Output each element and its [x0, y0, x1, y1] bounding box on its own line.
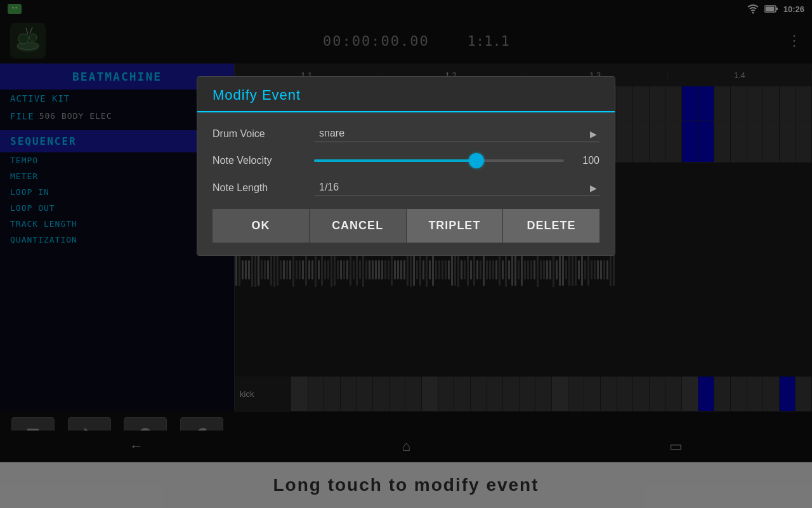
velocity-value: 100 [574, 155, 599, 166]
drum-voice-arrow-icon: ▶ [590, 129, 597, 139]
ok-button[interactable]: OK [213, 209, 310, 243]
note-velocity-row: Note Velocity 100 [213, 155, 599, 166]
velocity-slider-container: 100 [314, 155, 599, 166]
modal-overlay: Modify Event Drum Voice snare ▶ Note Vel… [0, 0, 812, 508]
modify-event-modal: Modify Event Drum Voice snare ▶ Note Vel… [197, 76, 615, 256]
note-length-value: 1/16 [319, 182, 339, 193]
modal-title: Modify Event [213, 87, 301, 103]
note-length-row: Note Length 1/16 ▶ [213, 179, 599, 196]
modal-body: Drum Voice snare ▶ Note Velocity [197, 112, 615, 255]
modal-footer: OK CANCEL TRIPLET DELETE [213, 201, 599, 243]
note-length-control[interactable]: 1/16 ▶ [314, 179, 599, 196]
note-length-arrow-icon: ▶ [590, 183, 597, 193]
note-velocity-label: Note Velocity [213, 155, 314, 166]
note-length-dropdown[interactable]: 1/16 [314, 179, 599, 196]
drum-voice-dropdown[interactable]: snare [314, 125, 599, 142]
modal-title-bar: Modify Event [197, 77, 615, 112]
cancel-button[interactable]: CANCEL [310, 209, 407, 243]
drum-voice-label: Drum Voice [213, 128, 314, 140]
velocity-slider-track[interactable] [314, 159, 564, 162]
drum-voice-value: snare [319, 128, 344, 139]
drum-voice-row: Drum Voice snare ▶ [213, 125, 599, 142]
triplet-button[interactable]: TRIPLET [407, 209, 504, 243]
note-length-label: Note Length [213, 182, 314, 194]
drum-voice-control[interactable]: snare ▶ [314, 125, 599, 142]
velocity-slider-thumb[interactable] [469, 153, 484, 168]
note-velocity-control: 100 [314, 155, 599, 166]
delete-button[interactable]: DELETE [503, 209, 599, 243]
velocity-slider-fill [314, 159, 476, 162]
